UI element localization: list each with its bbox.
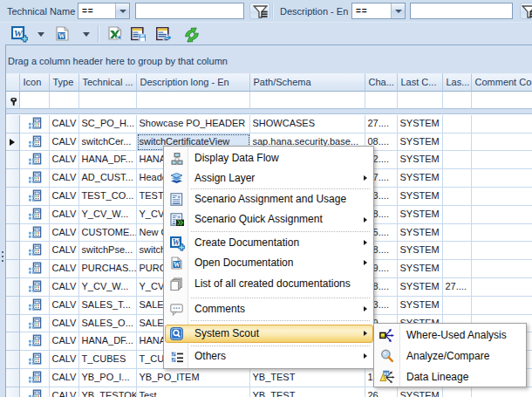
svg-text:W: W: [14, 28, 24, 38]
svg-text:W: W: [172, 237, 181, 247]
svg-text:W: W: [58, 32, 65, 40]
svg-text:W: W: [174, 261, 181, 269]
